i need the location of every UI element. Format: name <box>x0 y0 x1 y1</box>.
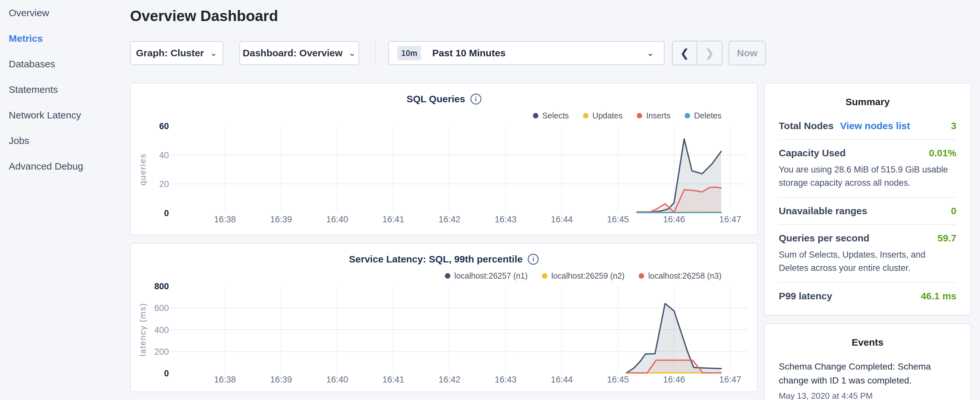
svg-text:200: 200 <box>154 347 169 357</box>
prev-time-button[interactable]: ❮ <box>673 41 697 65</box>
graph-dropdown-label: Graph: Cluster <box>136 48 204 59</box>
events-title: Events <box>779 337 956 348</box>
summary-row-label: Total Nodes <box>779 120 834 131</box>
legend-item: localhost:26257 (n1) <box>445 271 528 280</box>
summary-row-label: P99 latency <box>779 291 832 302</box>
page-title: Overview Dashboard <box>130 7 980 25</box>
svg-text:600: 600 <box>154 303 169 313</box>
service-latency-plot[interactable]: 16:3816:3916:4016:4116:4216:4316:4416:45… <box>131 282 757 389</box>
legend-label: Updates <box>592 111 622 120</box>
toolbar: Graph: Cluster ⌄ Dashboard: Overview ⌄ 1… <box>130 41 980 65</box>
summary-row-description: Sum of Selects, Updates, Inserts, and De… <box>779 248 956 274</box>
svg-text:0: 0 <box>164 369 169 378</box>
svg-text:800: 800 <box>154 282 169 291</box>
right-column: Summary Total Nodes View nodes list 3 Ca… <box>764 83 971 400</box>
svg-text:16:38: 16:38 <box>214 375 236 384</box>
legend-dot-icon <box>685 113 690 118</box>
summary-row-total-nodes: Total Nodes View nodes list 3 <box>779 113 956 140</box>
legend-dot-icon <box>445 273 450 279</box>
charts-column: SQL Queries i SelectsUpdatesInsertsDelet… <box>130 83 758 400</box>
svg-text:16:45: 16:45 <box>607 215 629 224</box>
chevron-down-icon: ⌄ <box>348 49 356 57</box>
legend-label: Selects <box>542 111 569 120</box>
svg-text:16:41: 16:41 <box>382 375 404 384</box>
event-item-text[interactable]: Schema Change Completed: Schema change w… <box>779 360 956 388</box>
svg-text:latency (ms): latency (ms) <box>138 303 148 357</box>
summary-row-queries-per-second: Queries per second 59.7 Sum of Selects, … <box>779 225 956 283</box>
legend-dot-icon <box>542 273 547 279</box>
chart-legend: SelectsUpdatesInsertsDeletes <box>131 110 757 121</box>
legend-item: localhost:26258 (n3) <box>639 271 721 280</box>
summary-rows: Total Nodes View nodes list 3 Capacity U… <box>779 113 956 309</box>
legend-item: Updates <box>583 111 622 120</box>
summary-row-unavailable-ranges: Unavailable ranges 0 <box>779 198 956 225</box>
time-range-badge: 10m <box>397 46 421 61</box>
summary-row-label: Unavailable ranges <box>779 206 867 217</box>
legend-label: Inserts <box>646 111 670 120</box>
svg-text:16:47: 16:47 <box>719 375 741 384</box>
svg-text:16:41: 16:41 <box>382 215 404 224</box>
summary-row-value: 0 <box>951 206 956 217</box>
chevron-down-icon: ⌄ <box>210 49 217 57</box>
now-button[interactable]: Now <box>729 41 766 65</box>
sidebar-item-advanced-debug[interactable]: Advanced Debug <box>0 153 130 179</box>
legend-label: localhost:26258 (n3) <box>648 271 721 280</box>
chart-title: Service Latency: SQL, 99th percentile <box>349 254 523 265</box>
summary-row-capacity-used: Capacity Used 0.01% You are using 28.6 M… <box>779 140 956 198</box>
sidebar-item-databases[interactable]: Databases <box>0 51 130 77</box>
summary-row-value: 0.01% <box>929 148 956 159</box>
legend-dot-icon <box>533 113 538 118</box>
svg-text:20: 20 <box>159 179 169 189</box>
svg-text:16:40: 16:40 <box>326 215 348 224</box>
legend-dot-icon <box>639 273 644 279</box>
info-icon[interactable]: i <box>528 254 539 265</box>
graph-dropdown[interactable]: Graph: Cluster ⌄ <box>130 41 223 65</box>
svg-text:40: 40 <box>159 150 169 160</box>
event-item-timestamp: May 13, 2020 at 4:45 PM <box>779 391 956 400</box>
time-step-buttons: ❮ ❯ <box>672 41 722 65</box>
svg-text:400: 400 <box>154 325 169 335</box>
svg-text:0: 0 <box>164 209 169 218</box>
svg-text:16:39: 16:39 <box>270 375 292 384</box>
legend-item: Selects <box>533 111 569 120</box>
legend-label: Deletes <box>694 111 721 120</box>
sidebar-item-metrics[interactable]: Metrics <box>0 25 130 51</box>
summary-row-label: Queries per second <box>779 233 869 244</box>
content-area: SQL Queries i SelectsUpdatesInsertsDelet… <box>130 83 980 400</box>
view-nodes-list-link[interactable]: View nodes list <box>840 120 910 131</box>
legend-item: Inserts <box>637 111 670 120</box>
dashboard-dropdown[interactable]: Dashboard: Overview ⌄ <box>239 41 359 65</box>
time-range-label: Past 10 Minutes <box>432 48 506 59</box>
sidebar-item-overview[interactable]: Overview <box>0 0 130 25</box>
time-range-selector[interactable]: 10m Past 10 Minutes ⌄ <box>388 41 665 65</box>
summary-row-value: 59.7 <box>938 233 956 244</box>
sidebar-item-statements[interactable]: Statements <box>0 77 130 102</box>
chevron-down-icon: ⌄ <box>647 49 654 57</box>
legend-label: localhost:26259 (n2) <box>551 271 625 280</box>
sql-queries-plot[interactable]: 16:3816:3916:4016:4116:4216:4316:4416:45… <box>131 122 757 229</box>
svg-text:16:45: 16:45 <box>607 375 629 384</box>
chart-title: SQL Queries <box>406 94 465 105</box>
svg-text:16:38: 16:38 <box>214 215 236 224</box>
legend-item: localhost:26259 (n2) <box>542 271 625 280</box>
legend-item: Deletes <box>685 111 721 120</box>
sidebar-item-network-latency[interactable]: Network Latency <box>0 102 130 128</box>
dashboard-dropdown-label: Dashboard: Overview <box>243 48 342 59</box>
summary-title: Summary <box>779 96 956 107</box>
sql-queries-chart-card: SQL Queries i SelectsUpdatesInsertsDelet… <box>130 83 758 235</box>
sidebar: OverviewMetricsDatabasesStatementsNetwor… <box>0 0 130 400</box>
summary-panel: Summary Total Nodes View nodes list 3 Ca… <box>764 83 971 316</box>
sidebar-item-jobs[interactable]: Jobs <box>0 128 130 153</box>
svg-text:16:44: 16:44 <box>551 215 573 224</box>
chart-title-row: SQL Queries i <box>131 92 757 105</box>
svg-text:16:46: 16:46 <box>663 375 685 384</box>
legend-label: localhost:26257 (n1) <box>454 271 528 280</box>
summary-row-label: Capacity Used <box>779 148 846 159</box>
info-icon[interactable]: i <box>471 94 481 105</box>
svg-text:60: 60 <box>159 122 169 131</box>
chart-title-row: Service Latency: SQL, 99th percentile i <box>131 253 757 266</box>
next-time-button[interactable]: ❯ <box>697 41 722 65</box>
svg-text:16:43: 16:43 <box>495 375 517 384</box>
chevron-right-icon: ❯ <box>705 46 714 59</box>
summary-row-value: 3 <box>951 120 956 131</box>
